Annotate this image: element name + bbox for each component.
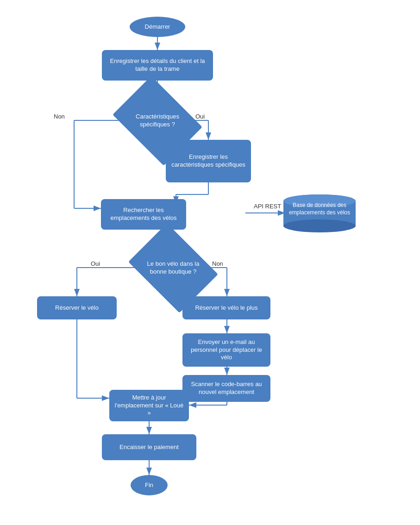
oui2-label: Oui [91, 260, 100, 267]
reserve-bike-node: Réserver le vélo [37, 296, 117, 319]
flowchart: Démarrer Enregistrer les détails du clie… [0, 0, 420, 525]
start-node: Démarrer [130, 17, 185, 37]
database-cylinder: Base de données des emplacements des vél… [282, 194, 357, 232]
payment-node: Encaisser le paiement [102, 434, 196, 460]
scan-barcode-node: Scanner le code-barres au nouvel emplace… [182, 375, 270, 402]
api-rest-label: API REST [254, 203, 281, 210]
update-location-node: Mettre à jour l'emplacement sur « Loué » [109, 390, 189, 421]
send-email-node: Envoyer un e-mail au personnel pour dépl… [182, 333, 270, 367]
non2-label: Non [212, 260, 223, 267]
end-node: Fin [131, 475, 168, 495]
oui1-label: Oui [195, 113, 205, 120]
search-locations-node: Rechercher les emplacements des vélos [101, 199, 186, 230]
non1-label: Non [54, 113, 65, 120]
register-chars-node: Enregistrer les caractéristiques spécifi… [166, 140, 251, 182]
svg-point-28 [283, 219, 356, 232]
reserve-bike-plus-node: Réserver le vélo le plus [182, 296, 270, 319]
good-bike-diamond: Le bon vélo dans la bonne boutique ? [137, 241, 209, 295]
register-client-node: Enregistrer les détails du client et la … [102, 50, 213, 81]
